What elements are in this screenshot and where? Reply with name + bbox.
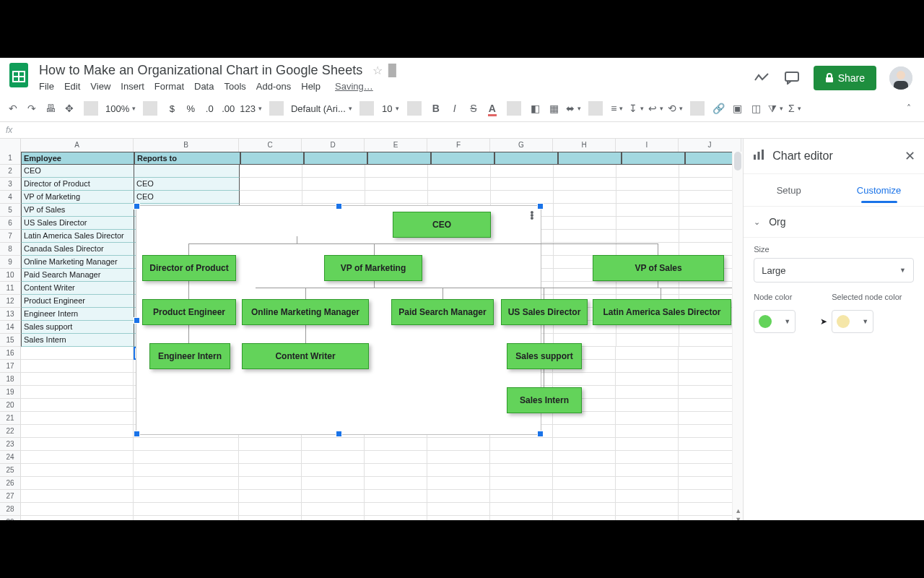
cell[interactable]: VP of Marketing bbox=[21, 191, 134, 204]
cell[interactable] bbox=[491, 165, 554, 178]
row-header[interactable]: 28 bbox=[0, 503, 21, 516]
comments-icon[interactable] bbox=[783, 69, 801, 87]
cell[interactable] bbox=[21, 386, 134, 399]
cell[interactable] bbox=[616, 399, 679, 412]
cell[interactable] bbox=[553, 503, 616, 516]
valign-icon[interactable]: ↧ bbox=[629, 100, 644, 117]
cell[interactable]: Online Marketing Manager bbox=[21, 256, 134, 269]
col-header-b[interactable]: B bbox=[134, 139, 239, 152]
cell[interactable] bbox=[134, 490, 239, 503]
org-node[interactable]: Director of Product bbox=[142, 255, 236, 281]
menu-tools[interactable]: Tools bbox=[224, 81, 245, 92]
halign-icon[interactable]: ≡ bbox=[610, 100, 624, 117]
cell[interactable] bbox=[239, 477, 302, 490]
resize-handle[interactable] bbox=[336, 431, 342, 437]
cell[interactable] bbox=[490, 464, 553, 477]
cell[interactable] bbox=[134, 464, 239, 477]
row-header[interactable]: 1 bbox=[0, 152, 21, 165]
cell[interactable] bbox=[553, 451, 616, 464]
cell[interactable] bbox=[21, 477, 134, 490]
org-node[interactable]: Paid Search Manager bbox=[391, 299, 494, 325]
functions-icon[interactable]: Σ bbox=[788, 100, 802, 117]
sheets-logo[interactable] bbox=[4, 61, 33, 90]
cell[interactable] bbox=[616, 347, 679, 360]
print-icon[interactable]: 🖶 bbox=[43, 100, 58, 117]
cell[interactable] bbox=[239, 451, 302, 464]
cell[interactable] bbox=[553, 412, 616, 425]
formula-bar[interactable]: fx bbox=[0, 122, 924, 139]
strike-icon[interactable]: S bbox=[466, 100, 481, 117]
dec-increase[interactable]: .00 bbox=[221, 100, 235, 117]
cell[interactable] bbox=[21, 451, 134, 464]
cell[interactable] bbox=[616, 477, 679, 490]
cell[interactable] bbox=[491, 178, 554, 191]
org-node[interactable]: Engineer Intern bbox=[149, 343, 230, 369]
menu-edit[interactable]: Edit bbox=[64, 81, 80, 92]
cell[interactable] bbox=[616, 438, 679, 451]
cell[interactable] bbox=[616, 503, 679, 516]
cell[interactable] bbox=[616, 360, 679, 373]
cell[interactable] bbox=[553, 477, 616, 490]
cell[interactable] bbox=[21, 503, 134, 516]
resize-handle[interactable] bbox=[134, 203, 140, 210]
row-header[interactable]: 17 bbox=[0, 360, 21, 373]
org-chart-object[interactable]: ••• bbox=[136, 205, 541, 435]
col-header-a[interactable]: A bbox=[21, 139, 134, 152]
menu-file[interactable]: File bbox=[39, 81, 54, 92]
cell[interactable]: Sales support bbox=[21, 321, 134, 334]
redo-icon[interactable]: ↷ bbox=[25, 100, 39, 117]
cell[interactable] bbox=[616, 217, 679, 230]
cell[interactable] bbox=[21, 425, 134, 438]
resize-handle[interactable] bbox=[134, 317, 140, 324]
cell[interactable] bbox=[491, 191, 554, 204]
cell[interactable] bbox=[616, 425, 679, 438]
star-icon[interactable]: ☆ bbox=[372, 64, 383, 77]
row-header[interactable]: 9 bbox=[0, 256, 21, 269]
cell[interactable] bbox=[553, 373, 616, 386]
cell[interactable] bbox=[21, 464, 134, 477]
cell[interactable] bbox=[21, 360, 134, 373]
cell[interactable] bbox=[365, 438, 427, 451]
cell[interactable] bbox=[302, 191, 365, 204]
cell[interactable] bbox=[427, 451, 490, 464]
cell[interactable] bbox=[554, 191, 616, 204]
org-node[interactable]: Content Writer bbox=[242, 343, 369, 369]
menu-insert[interactable]: Insert bbox=[121, 81, 144, 92]
org-node[interactable]: US Sales Director bbox=[501, 299, 588, 325]
resize-handle[interactable] bbox=[336, 203, 342, 210]
cell[interactable] bbox=[553, 464, 616, 477]
cell[interactable] bbox=[616, 386, 679, 399]
menu-help[interactable]: Help bbox=[301, 81, 321, 92]
cell[interactable]: Employee bbox=[21, 152, 134, 165]
cell[interactable] bbox=[428, 191, 491, 204]
cell[interactable] bbox=[616, 282, 679, 295]
cell[interactable] bbox=[616, 412, 679, 425]
row-header[interactable]: 6 bbox=[0, 217, 21, 230]
resize-handle[interactable] bbox=[537, 431, 544, 437]
col-header-i[interactable]: I bbox=[616, 139, 679, 152]
tab-setup[interactable]: Setup bbox=[744, 174, 834, 206]
row-header[interactable]: 8 bbox=[0, 243, 21, 256]
tab-customize[interactable]: Customize bbox=[834, 174, 924, 206]
document-title[interactable]: How to Make an Organizational Chart in G… bbox=[35, 61, 367, 79]
link-icon[interactable]: 🔗 bbox=[712, 100, 726, 117]
cell[interactable] bbox=[239, 503, 302, 516]
cell[interactable] bbox=[616, 490, 679, 503]
org-node[interactable]: Sales support bbox=[507, 343, 582, 369]
org-node[interactable]: Online Marketing Manager bbox=[242, 299, 369, 325]
bold-icon[interactable]: B bbox=[429, 100, 443, 117]
merge-icon[interactable]: ⬌ bbox=[566, 100, 581, 117]
close-sidebar-icon[interactable]: ✕ bbox=[905, 148, 915, 164]
col-header-j[interactable]: J bbox=[679, 139, 741, 152]
cell[interactable] bbox=[428, 165, 491, 178]
cell[interactable] bbox=[616, 464, 679, 477]
cell[interactable] bbox=[427, 503, 490, 516]
fill-color-icon[interactable]: ◧ bbox=[528, 100, 543, 117]
cell[interactable] bbox=[134, 438, 239, 451]
comment-icon[interactable]: ▣ bbox=[731, 100, 745, 117]
selected-node-color-picker[interactable]: ▼ bbox=[832, 310, 873, 333]
move-folder-icon[interactable]: ▉ bbox=[388, 64, 397, 77]
row-header[interactable]: 13 bbox=[0, 308, 21, 321]
account-avatar[interactable] bbox=[889, 66, 912, 90]
cell[interactable] bbox=[622, 152, 685, 165]
